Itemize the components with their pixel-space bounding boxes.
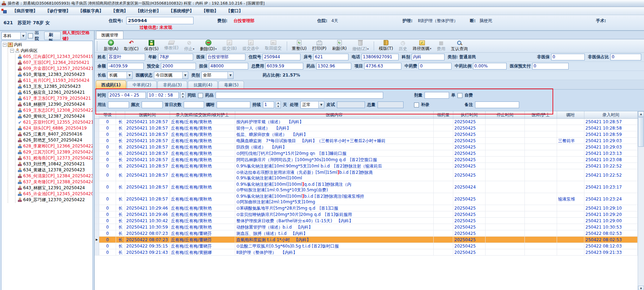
history-button[interactable]: ◷历史 <box>396 39 409 52</box>
menu-item[interactable]: 【查询】 <box>107 7 132 15</box>
remark-input[interactable] <box>475 101 519 108</box>
menu-item[interactable]: 【模板字典】 <box>74 7 107 15</box>
field-value[interactable]: 0 <box>532 63 569 70</box>
patient-tree-item[interactable]: 625_江素月_8407_20250416 <box>18 131 93 137</box>
patient-tree-item[interactable]: 626_郭艳芝_5507_20250424 <box>18 137 93 143</box>
menu-item[interactable]: 【帮助】 <box>198 7 222 15</box>
column-header-level[interactable]: 等级 <box>99 111 116 118</box>
field-value[interactable]: 0 <box>610 54 641 60</box>
order-row[interactable]: 0长20250422 08:07:23丘有梅/丘有梅/董晓芬测血压、脉搏（描述）… <box>95 230 638 237</box>
field-value[interactable]: 4736.63 <box>364 63 401 70</box>
patient-tree-item[interactable]: 643_林丽宝_12391_20250424 <box>18 185 93 191</box>
drug-input[interactable] <box>216 92 383 99</box>
refresh-patients-button[interactable]: 刷新 <box>44 32 61 40</box>
field-value[interactable]: -4039.59 <box>107 63 144 70</box>
order-row[interactable]: 0长20250421 10:28:57丘有梅/丘有梅/黄秋艳阿司匹林肠溶片（拜阿… <box>95 157 638 163</box>
order-row[interactable]: ▶0长20250422 08:07:23丘有梅/丘有梅/董晓芬血氧饱和度监测 t… <box>95 237 638 243</box>
column-header-qty[interactable]: 领药量 <box>434 111 453 118</box>
column-header-entry[interactable]: 录入时间 <box>584 111 638 118</box>
cancel-button[interactable]: ↶取消(C) <box>122 39 141 52</box>
tab-西成药(1)[interactable]: 西成药(1) <box>96 80 126 89</box>
order-row[interactable]: 0长20250421 10:29:46丘有梅/丘有梅/黄秋艳⊙苯磺酸氨氯地平片[… <box>95 205 638 211</box>
chevron-down-icon[interactable]: ▼ <box>318 101 324 108</box>
patient-tree-item[interactable]: 618_林丽萍_12390_20250424 <box>18 101 93 107</box>
order-row[interactable]: 0长20250421 10:28:57丘有梅/丘有梅/黄秋艳0.9%氯化钠注射液… <box>95 181 638 193</box>
patient-tree-item[interactable]: 645_许金池[CP]_12345_20250420 <box>18 191 93 197</box>
discharge-checkbox[interactable] <box>28 33 33 38</box>
grid-scrollbar[interactable]: ▲ ▼ <box>638 111 644 290</box>
order-date-input[interactable]: 2025 - 04 - 25 <box>108 92 146 99</box>
patient-tree-item[interactable]: 615_杨定良_12361_20250421 <box>18 90 93 95</box>
patient-tree-item[interactable]: 619_王东志[CP]_12308_20250422 <box>18 107 93 113</box>
column-header-type[interactable] <box>116 111 125 118</box>
tab-毒麻(5)[interactable]: 毒麻(5) <box>218 81 244 89</box>
order-row[interactable]: 0长20250421 10:28:57丘有梅/丘有梅/黄秋艳电脑血糖监测 7*每… <box>95 138 638 144</box>
patient-tree-item[interactable]: 629_江其万[CP]_12389_20250424 <box>18 149 93 155</box>
fee-button[interactable]: ▦费用 <box>434 39 448 52</box>
order-row[interactable]: 0长20250421 10:28:57丘有梅/丘有梅/黄秋艳⊙依达拉奉右莰醇注射… <box>95 169 638 181</box>
collapse-icon[interactable]: − <box>3 43 7 47</box>
patient-tree-item[interactable]: 605_江向森[CP]_12343_20250419 <box>18 54 93 60</box>
tab-抗菌药(4)[interactable]: 抗菌药(4) <box>188 81 218 89</box>
order-row[interactable]: 0长20250421 10:29:46丘有梅/丘有梅/黄秋艳⊙雷贝拉唑钠肠溶片[… <box>95 211 638 218</box>
rearrange-button[interactable]: ↻重整(U) <box>290 40 309 52</box>
path-orders-button[interactable]: ✓路径医嘱▾ <box>410 40 434 52</box>
field-value[interactable]: 621 <box>313 54 348 60</box>
revoke-button[interactable]: 撤销(Z)▾ <box>350 40 371 52</box>
checkbox[interactable] <box>198 93 203 98</box>
admission-no-field[interactable]: 250944 <box>126 17 194 24</box>
scroll-down-icon[interactable]: ▼ <box>638 286 644 290</box>
patient-tree-item[interactable]: 613_王东_12385_20250423 <box>18 84 93 90</box>
chevron-down-icon[interactable]: ▼ <box>20 32 26 39</box>
order-row[interactable]: 0长20250422 09:35:15丘有梅/丘有梅/董晓芬⊙盐酸二甲双胍片[0… <box>95 243 638 249</box>
patient-tree-item[interactable]: 620_黄锦元_12387_20250424 <box>18 113 93 119</box>
patient-tree-item[interactable]: ✔621_苏亚叶[CP]_12355_20250421 <box>18 119 93 125</box>
patient-tree-item[interactable]: 633_刘丝秀_10842_20250421 <box>18 161 93 167</box>
submit-button[interactable]: ✓提交(B) <box>220 40 239 52</box>
dose-input[interactable] <box>425 92 449 99</box>
usage-input[interactable] <box>108 101 129 108</box>
tree-node-ward[interactable]: −内科病区 <box>10 48 93 54</box>
frequency-input[interactable] <box>142 101 163 108</box>
order-row[interactable]: 0长20250421 10:28:57丘有梅/丘有梅/黄秋艳按内科护理常规（描述… <box>95 119 638 125</box>
order-row[interactable]: 0长20250421 10:28:57丘有梅/丘有梅/黄秋艳防跌倒（描述） 【内… <box>95 144 638 150</box>
chevron-down-icon[interactable]: ▾ <box>430 47 431 50</box>
stop-button[interactable]: ⊘停止▾ <box>182 39 197 52</box>
patient-tree-item[interactable]: 631_赖海燕[CP]_12373_20250422 <box>18 155 93 161</box>
chevron-down-icon[interactable]: ▾ <box>215 47 217 51</box>
patient-tree-item[interactable]: 624_胡头[CP]_6886_20250419 <box>18 125 93 131</box>
advice-input[interactable] <box>217 101 250 108</box>
field-value[interactable]: 78岁 <box>158 54 193 60</box>
recall-submit-button[interactable]: ⇐取回提交 <box>263 40 284 52</box>
duration-input[interactable]: 1 <box>263 101 274 108</box>
order-row[interactable]: 0长20250423 09:21:43丘有梅/丘有梅/黄丽娜Ⅱ级护理（整体护理）… <box>95 249 638 256</box>
column-header-doctors[interactable]: 录入医师/提交医师/核对护士 <box>170 111 235 118</box>
order-row[interactable]: 0长20250421 10:28:57丘有梅/丘有梅/黄秋艳⊙阿托伐他汀钙片[2… <box>95 150 638 157</box>
order-row[interactable]: 0长20250421 10:28:57丘有梅/丘有梅/黄秋艳低盐、糖尿病饮食（描… <box>95 131 638 138</box>
patient-tree-item[interactable]: 628_李夏晔[CP]_12366_20250422 <box>18 143 93 149</box>
field-value[interactable]: 苏亚叶 <box>107 54 145 60</box>
column-header-dn[interactable]: 医师/护士 <box>525 111 557 118</box>
delete-button[interactable]: 删除(D)▾ <box>197 39 219 52</box>
scrollbar-thumb[interactable] <box>638 117 644 147</box>
field-value[interactable]: 2000 <box>161 63 196 70</box>
mutual-query-button[interactable]: 互认查询 <box>448 40 470 52</box>
menu-item[interactable]: 【病历管理】 <box>8 7 41 15</box>
field-value[interactable]: 48000 <box>209 63 248 70</box>
menu-item[interactable]: 【系统维护】 <box>165 7 198 15</box>
chevron-down-icon[interactable]: ▼ <box>182 72 188 79</box>
patient-tree-item[interactable]: 607_王琼[CP]_12364_20250421 <box>18 60 93 66</box>
patient-tree-item[interactable]: 637_吴奇隆[CP]_12388_20250424 <box>18 179 93 185</box>
chevron-down-icon[interactable]: ▼ <box>228 72 233 79</box>
patient-tree-item[interactable]: 649_苏巧娜_12370_20250422 <box>18 197 93 203</box>
field-value[interactable]: 0 <box>551 54 585 60</box>
column-header-content[interactable]: 医嘱内容 <box>235 111 434 118</box>
patient-tree-item[interactable]: 634_黄建达_12378_20250423 <box>18 167 93 173</box>
order-row[interactable]: 0长20250421 10:30:42丘有梅/丘有梅/黄秋艳整体护理按床日收费（… <box>95 218 638 224</box>
process-select[interactable]: 正常▼ <box>300 101 324 108</box>
patient-tree-item[interactable]: 609_方金霞[CP]_12357_20250421 <box>18 66 93 72</box>
add-button[interactable]: +新增(A) <box>101 39 121 52</box>
column-header-remark[interactable]: 嘱咐 <box>557 111 584 118</box>
长临-select[interactable]: 长嘱▼ <box>107 72 133 79</box>
field-value[interactable]: 0.00% <box>473 63 507 70</box>
